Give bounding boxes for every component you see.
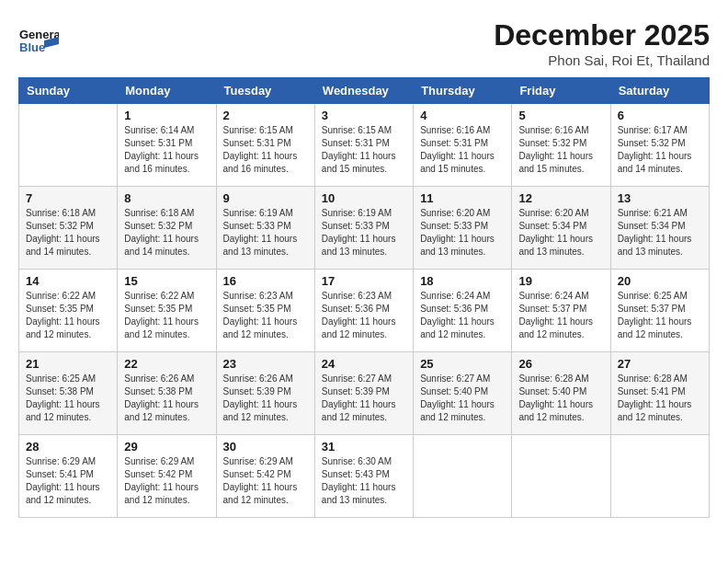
calendar-cell: 19Sunrise: 6:24 AMSunset: 5:37 PMDayligh… — [512, 270, 610, 352]
day-number: 6 — [618, 109, 702, 122]
day-info: Sunrise: 6:25 AMSunset: 5:37 PMDaylight:… — [618, 290, 702, 341]
day-info: Sunrise: 6:14 AMSunset: 5:31 PMDaylight:… — [124, 124, 209, 176]
day-info: Sunrise: 6:23 AMSunset: 5:35 PMDaylight:… — [223, 290, 308, 341]
day-number: 7 — [26, 191, 110, 205]
day-info: Sunrise: 6:17 AMSunset: 5:32 PMDaylight:… — [618, 124, 702, 176]
weekday-header-thursday: Thursday — [414, 78, 512, 104]
day-number: 23 — [223, 357, 308, 371]
day-number: 5 — [518, 109, 603, 122]
day-number: 24 — [322, 357, 406, 371]
svg-text:Blue: Blue — [19, 40, 45, 54]
logo: General Blue — [18, 18, 59, 61]
day-info: Sunrise: 6:16 AMSunset: 5:32 PMDaylight:… — [518, 124, 603, 176]
day-info: Sunrise: 6:29 AMSunset: 5:42 PMDaylight:… — [124, 455, 209, 507]
day-info: Sunrise: 6:20 AMSunset: 5:33 PMDaylight:… — [420, 207, 505, 259]
day-number: 22 — [124, 357, 209, 371]
weekday-header-wednesday: Wednesday — [314, 78, 413, 104]
day-number: 21 — [26, 357, 110, 371]
title-section: December 2025 Phon Sai, Roi Et, Thailand — [494, 18, 710, 68]
day-number: 9 — [223, 191, 308, 205]
calendar-cell: 4Sunrise: 6:16 AMSunset: 5:31 PMDaylight… — [414, 104, 512, 187]
calendar-cell: 27Sunrise: 6:28 AMSunset: 5:41 PMDayligh… — [610, 352, 709, 435]
calendar-week-row: 7Sunrise: 6:18 AMSunset: 5:32 PMDaylight… — [19, 187, 710, 270]
day-info: Sunrise: 6:24 AMSunset: 5:37 PMDaylight:… — [518, 290, 603, 341]
day-number: 30 — [223, 440, 308, 454]
calendar-cell: 23Sunrise: 6:26 AMSunset: 5:39 PMDayligh… — [216, 352, 314, 435]
day-info: Sunrise: 6:15 AMSunset: 5:31 PMDaylight:… — [322, 124, 406, 176]
calendar-cell: 8Sunrise: 6:18 AMSunset: 5:32 PMDaylight… — [118, 187, 216, 270]
day-info: Sunrise: 6:16 AMSunset: 5:31 PMDaylight:… — [420, 124, 505, 176]
day-number: 17 — [322, 274, 406, 288]
day-number: 11 — [420, 191, 505, 205]
calendar-cell: 24Sunrise: 6:27 AMSunset: 5:39 PMDayligh… — [314, 352, 413, 435]
calendar-cell: 9Sunrise: 6:19 AMSunset: 5:33 PMDaylight… — [216, 187, 314, 270]
day-number: 26 — [518, 357, 603, 371]
day-number: 28 — [26, 440, 110, 454]
day-number: 12 — [518, 191, 603, 205]
calendar-cell: 26Sunrise: 6:28 AMSunset: 5:40 PMDayligh… — [512, 352, 610, 435]
day-info: Sunrise: 6:27 AMSunset: 5:39 PMDaylight:… — [322, 373, 406, 424]
calendar-cell: 7Sunrise: 6:18 AMSunset: 5:32 PMDaylight… — [19, 187, 118, 270]
weekday-header-saturday: Saturday — [610, 78, 709, 104]
day-number: 14 — [26, 274, 110, 288]
day-number: 19 — [518, 274, 603, 288]
day-info: Sunrise: 6:19 AMSunset: 5:33 PMDaylight:… — [322, 207, 406, 259]
day-number: 27 — [618, 357, 702, 371]
day-number: 18 — [420, 274, 505, 288]
day-number: 1 — [124, 109, 209, 122]
day-number: 8 — [124, 191, 209, 205]
calendar-header-row: SundayMondayTuesdayWednesdayThursdayFrid… — [19, 78, 710, 104]
day-info: Sunrise: 6:29 AMSunset: 5:41 PMDaylight:… — [26, 455, 110, 507]
day-info: Sunrise: 6:18 AMSunset: 5:32 PMDaylight:… — [124, 207, 209, 259]
day-number: 3 — [322, 109, 406, 122]
calendar-cell: 25Sunrise: 6:27 AMSunset: 5:40 PMDayligh… — [414, 352, 512, 435]
day-number: 10 — [322, 191, 406, 205]
day-info: Sunrise: 6:15 AMSunset: 5:31 PMDaylight:… — [223, 124, 308, 176]
calendar-cell — [19, 104, 118, 187]
day-info: Sunrise: 6:22 AMSunset: 5:35 PMDaylight:… — [26, 290, 110, 341]
day-number: 15 — [124, 274, 209, 288]
calendar-cell: 14Sunrise: 6:22 AMSunset: 5:35 PMDayligh… — [19, 270, 118, 352]
calendar-cell: 20Sunrise: 6:25 AMSunset: 5:37 PMDayligh… — [610, 270, 709, 352]
calendar-cell: 21Sunrise: 6:25 AMSunset: 5:38 PMDayligh… — [19, 352, 118, 435]
day-info: Sunrise: 6:30 AMSunset: 5:43 PMDaylight:… — [322, 455, 406, 507]
day-info: Sunrise: 6:26 AMSunset: 5:39 PMDaylight:… — [223, 373, 308, 424]
day-number: 4 — [420, 109, 505, 122]
calendar-week-row: 28Sunrise: 6:29 AMSunset: 5:41 PMDayligh… — [19, 435, 710, 518]
calendar-cell: 15Sunrise: 6:22 AMSunset: 5:35 PMDayligh… — [118, 270, 216, 352]
calendar-cell: 17Sunrise: 6:23 AMSunset: 5:36 PMDayligh… — [314, 270, 413, 352]
calendar-cell — [414, 435, 512, 518]
calendar-cell: 6Sunrise: 6:17 AMSunset: 5:32 PMDaylight… — [610, 104, 709, 187]
calendar-week-row: 1Sunrise: 6:14 AMSunset: 5:31 PMDaylight… — [19, 104, 710, 187]
calendar-cell: 1Sunrise: 6:14 AMSunset: 5:31 PMDaylight… — [118, 104, 216, 187]
calendar-cell: 30Sunrise: 6:29 AMSunset: 5:42 PMDayligh… — [216, 435, 314, 518]
calendar-cell: 31Sunrise: 6:30 AMSunset: 5:43 PMDayligh… — [314, 435, 413, 518]
day-info: Sunrise: 6:19 AMSunset: 5:33 PMDaylight:… — [223, 207, 308, 259]
calendar-cell: 10Sunrise: 6:19 AMSunset: 5:33 PMDayligh… — [314, 187, 413, 270]
day-number: 29 — [124, 440, 209, 454]
page-header: General Blue December 2025 Phon Sai, Roi… — [18, 18, 710, 68]
day-info: Sunrise: 6:21 AMSunset: 5:34 PMDaylight:… — [618, 207, 702, 259]
day-info: Sunrise: 6:23 AMSunset: 5:36 PMDaylight:… — [322, 290, 406, 341]
day-number: 13 — [618, 191, 702, 205]
calendar-week-row: 21Sunrise: 6:25 AMSunset: 5:38 PMDayligh… — [19, 352, 710, 435]
calendar-cell: 12Sunrise: 6:20 AMSunset: 5:34 PMDayligh… — [512, 187, 610, 270]
calendar-cell: 29Sunrise: 6:29 AMSunset: 5:42 PMDayligh… — [118, 435, 216, 518]
calendar-cell — [512, 435, 610, 518]
calendar-cell: 18Sunrise: 6:24 AMSunset: 5:36 PMDayligh… — [414, 270, 512, 352]
day-number: 31 — [322, 440, 406, 454]
day-info: Sunrise: 6:28 AMSunset: 5:41 PMDaylight:… — [618, 373, 702, 424]
calendar-cell: 16Sunrise: 6:23 AMSunset: 5:35 PMDayligh… — [216, 270, 314, 352]
calendar-cell: 5Sunrise: 6:16 AMSunset: 5:32 PMDaylight… — [512, 104, 610, 187]
day-info: Sunrise: 6:28 AMSunset: 5:40 PMDaylight:… — [518, 373, 603, 424]
day-info: Sunrise: 6:29 AMSunset: 5:42 PMDaylight:… — [223, 455, 308, 507]
calendar-title: December 2025 — [494, 18, 710, 52]
day-number: 2 — [223, 109, 308, 122]
day-info: Sunrise: 6:26 AMSunset: 5:38 PMDaylight:… — [124, 373, 209, 424]
day-info: Sunrise: 6:25 AMSunset: 5:38 PMDaylight:… — [26, 373, 110, 424]
weekday-header-tuesday: Tuesday — [216, 78, 314, 104]
weekday-header-sunday: Sunday — [19, 78, 118, 104]
calendar-week-row: 14Sunrise: 6:22 AMSunset: 5:35 PMDayligh… — [19, 270, 710, 352]
day-info: Sunrise: 6:20 AMSunset: 5:34 PMDaylight:… — [518, 207, 603, 259]
calendar-cell: 11Sunrise: 6:20 AMSunset: 5:33 PMDayligh… — [414, 187, 512, 270]
